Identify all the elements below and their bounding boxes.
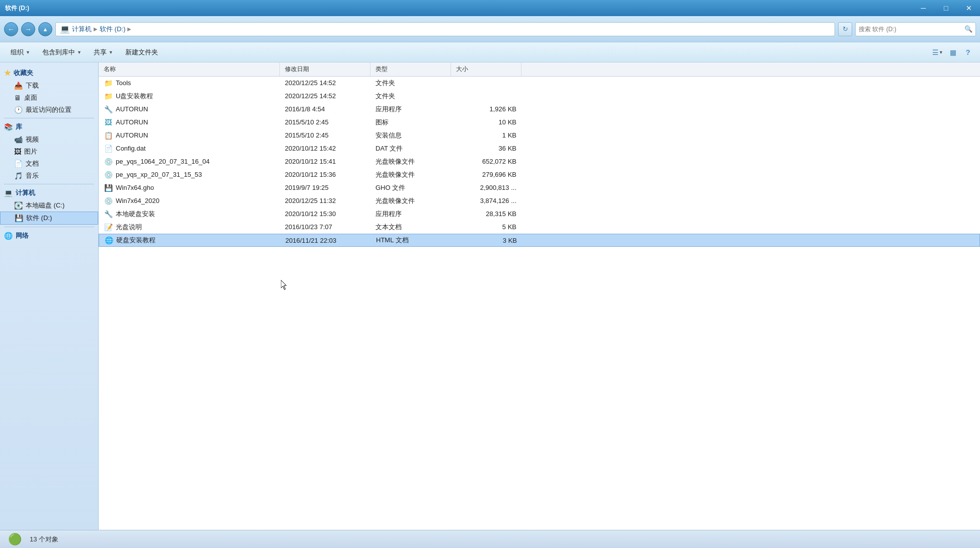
computer-header[interactable]: 💻 计算机	[0, 186, 98, 199]
file-name-cell: 🌐 硬盘安装教程	[99, 234, 280, 246]
preview-button[interactable]: ▦	[946, 45, 960, 59]
up-button[interactable]: ▲	[38, 22, 52, 36]
file-name-text: Tools	[116, 79, 131, 87]
file-type-cell: 光盘映像文件	[370, 155, 451, 168]
table-row[interactable]: 💿 pe_yqs_1064_20_07_31_16_04 2020/10/12 …	[99, 155, 980, 168]
col-header-date[interactable]: 修改日期	[280, 62, 370, 76]
favorites-section: ★ 收藏夹 📥 下载 🖥 桌面 🕐 最近访问的位置	[0, 66, 98, 116]
table-row[interactable]: 🌐 硬盘安装教程 2016/11/21 22:03 HTML 文档 3 KB	[99, 234, 980, 247]
file-name-cell: 🔧 AUTORUN	[99, 103, 280, 115]
new-folder-label: 新建文件夹	[125, 48, 158, 57]
file-name-cell: 📁 U盘安装教程	[99, 90, 280, 102]
file-name-cell: 💿 Win7x64_2020	[99, 194, 280, 207]
file-type-icon: 🔧	[104, 105, 113, 113]
new-folder-button[interactable]: 新建文件夹	[120, 45, 164, 60]
view-arrow: ▼	[939, 50, 943, 55]
file-name-cell: 💾 Win7x64.gho	[99, 181, 280, 194]
table-row[interactable]: 📁 Tools 2020/12/25 14:52 文件夹	[99, 77, 980, 90]
table-row[interactable]: 🔧 本地硬盘安装 2020/10/12 15:30 应用程序 28,315 KB	[99, 208, 980, 221]
sidebar: ★ 收藏夹 📥 下载 🖥 桌面 🕐 最近访问的位置 📚 库	[0, 62, 99, 530]
status-app-icon: 🟢	[8, 533, 22, 546]
share-button[interactable]: 共享 ▼	[88, 45, 119, 60]
software-d-label: 软件 (D:)	[26, 214, 52, 223]
local-c-icon: 💽	[14, 201, 23, 210]
sidebar-item-local-c[interactable]: 💽 本地磁盘 (C:)	[0, 199, 98, 212]
table-row[interactable]: 🖼 AUTORUN 2015/5/10 2:45 图标 10 KB	[99, 116, 980, 129]
favorites-header[interactable]: ★ 收藏夹	[0, 66, 98, 80]
file-size-cell: 1 KB	[451, 129, 521, 142]
network-icon: 🌐	[4, 232, 13, 240]
recent-label: 最近访问的位置	[26, 105, 71, 114]
minimize-button[interactable]: ─	[912, 0, 935, 16]
forward-button[interactable]: →	[21, 22, 35, 36]
file-type-cell: 应用程序	[370, 208, 451, 220]
organize-button[interactable]: 组织 ▼	[5, 45, 36, 60]
col-header-size[interactable]: 大小	[451, 62, 521, 76]
table-row[interactable]: 💿 Win7x64_2020 2020/12/25 11:32 光盘映像文件 3…	[99, 194, 980, 208]
table-row[interactable]: 📋 AUTORUN 2015/5/10 2:45 安装信息 1 KB	[99, 129, 980, 142]
sidebar-item-software-d[interactable]: 💾 软件 (D:)	[0, 212, 98, 225]
sidebar-item-images[interactable]: 🖼 图片	[0, 146, 98, 158]
share-label: 共享	[94, 48, 107, 57]
library-label: 库	[16, 122, 22, 131]
preview-icon: ▦	[950, 48, 956, 56]
include-library-button[interactable]: 包含到库中 ▼	[37, 45, 87, 60]
title-bar-controls: ─ □ ✕	[912, 0, 980, 16]
file-name-text: AUTORUN	[116, 131, 148, 139]
divider-3	[4, 227, 94, 227]
sidebar-item-recent[interactable]: 🕐 最近访问的位置	[0, 104, 98, 116]
file-type-icon: 📁	[104, 79, 113, 87]
col-header-type[interactable]: 类型	[370, 62, 451, 76]
table-row[interactable]: 📁 U盘安装教程 2020/12/25 14:52 文件夹	[99, 90, 980, 103]
back-button[interactable]: ←	[4, 22, 18, 36]
file-type-icon: 📝	[104, 223, 113, 231]
file-size-cell: 652,072 KB	[451, 155, 521, 168]
refresh-button[interactable]: ↻	[838, 22, 852, 36]
breadcrumb-drive[interactable]: 软件 (D:)	[100, 25, 125, 34]
file-type-icon: 💿	[104, 158, 113, 166]
file-size-cell: 3,874,126 ...	[451, 194, 521, 207]
file-type-cell: 应用程序	[370, 103, 451, 115]
file-name-text: AUTORUN	[116, 105, 148, 113]
table-row[interactable]: 📄 Config.dat 2020/10/12 15:42 DAT 文件 36 …	[99, 142, 980, 155]
search-input[interactable]	[859, 26, 962, 33]
network-header[interactable]: 🌐 网络	[0, 229, 98, 242]
file-list-header: 名称 修改日期 类型 大小	[99, 62, 980, 77]
view-button[interactable]: ☰ ▼	[931, 45, 945, 59]
file-size-cell: 1,926 KB	[451, 103, 521, 115]
file-size-cell: 28,315 KB	[451, 208, 521, 220]
title-bar-title: 软件 (D:)	[5, 4, 29, 13]
col-header-name[interactable]: 名称	[99, 62, 280, 76]
file-date-cell: 2016/11/21 22:03	[280, 234, 371, 246]
search-box: 🔍	[855, 22, 976, 36]
address-bar: ← → ▲ 💻 计算机 ▶ 软件 (D:) ▶ ↻ 🔍	[0, 16, 980, 42]
table-row[interactable]: 🔧 AUTORUN 2016/1/8 4:54 应用程序 1,926 KB	[99, 103, 980, 116]
file-area: 名称 修改日期 类型 大小 📁 Tools 2020/12/25 14:52 文…	[99, 62, 980, 530]
documents-label: 文档	[26, 159, 39, 168]
file-name-cell: 📁 Tools	[99, 77, 280, 89]
file-type-cell: 图标	[370, 116, 451, 128]
maximize-button[interactable]: □	[935, 0, 957, 16]
table-row[interactable]: 📝 光盘说明 2016/10/23 7:07 文本文档 5 KB	[99, 221, 980, 234]
sidebar-item-download[interactable]: 📥 下载	[0, 80, 98, 92]
status-count: 13 个对象	[30, 535, 58, 544]
table-row[interactable]: 💾 Win7x64.gho 2019/9/7 19:25 GHO 文件 2,90…	[99, 181, 980, 194]
file-size-cell	[451, 90, 521, 102]
search-icon[interactable]: 🔍	[964, 25, 972, 33]
breadcrumb-computer[interactable]: 计算机	[72, 25, 92, 34]
file-name-text: pe_yqs_xp_20_07_31_15_53	[116, 171, 202, 178]
documents-icon: 📄	[14, 160, 23, 168]
file-date-cell: 2020/12/25 14:52	[280, 90, 370, 102]
sidebar-item-desktop[interactable]: 🖥 桌面	[0, 92, 98, 104]
download-icon: 📥	[14, 82, 23, 90]
file-type-icon: 🔧	[104, 210, 113, 218]
file-size-cell: 2,900,813 ...	[451, 181, 521, 194]
sidebar-item-music[interactable]: 🎵 音乐	[0, 170, 98, 182]
help-button[interactable]: ?	[961, 45, 975, 59]
close-button[interactable]: ✕	[957, 0, 980, 16]
view-icon: ☰	[932, 48, 939, 56]
sidebar-item-documents[interactable]: 📄 文档	[0, 158, 98, 170]
library-header[interactable]: 📚 库	[0, 120, 98, 133]
table-row[interactable]: 💿 pe_yqs_xp_20_07_31_15_53 2020/10/12 15…	[99, 168, 980, 181]
sidebar-item-video[interactable]: 📹 视频	[0, 133, 98, 146]
